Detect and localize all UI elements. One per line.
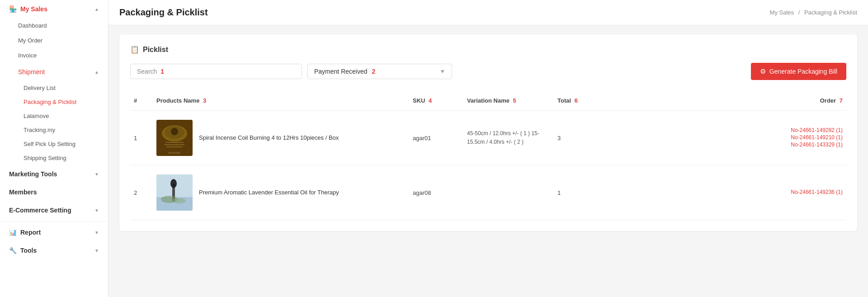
main-content: Packaging & Picklist My Sales / Packagin… bbox=[108, 0, 868, 297]
table-header: # Products Name 3 SKU 4 Variation Name 5 bbox=[130, 91, 846, 111]
generate-btn-label: Generate Packaging Bill bbox=[769, 68, 837, 75]
row-1-order-link-3[interactable]: No-24661-143329 (1) bbox=[594, 141, 843, 148]
shipment-chevron bbox=[94, 70, 99, 75]
my-sales-label: My Sales bbox=[20, 5, 47, 13]
search-label: Search bbox=[137, 68, 157, 75]
sidebar-my-sales[interactable]: 🏪 My Sales bbox=[0, 0, 108, 18]
sidebar-item-shipment[interactable]: Shipment bbox=[0, 63, 108, 81]
dropdown-arrow-icon: ▼ bbox=[440, 68, 445, 75]
row-2-num: 2 bbox=[130, 188, 153, 198]
row-2-product-image bbox=[156, 174, 193, 211]
col-header-total: Total 6 bbox=[554, 95, 590, 106]
row-1-total: 3 bbox=[554, 133, 590, 143]
row-1-order-link-2[interactable]: No-24661-149210 (1) bbox=[594, 134, 843, 141]
table-row: 1 INCENSE bbox=[130, 111, 846, 165]
incense-image-svg: INCENSE bbox=[156, 120, 193, 156]
row-2-total: 1 bbox=[554, 188, 590, 198]
sidebar-item-shipping-setting[interactable]: Shipping Setting bbox=[0, 151, 108, 165]
col-header-hash: # bbox=[130, 95, 153, 106]
row-1-product-name: Spiral Incense Coil Burning 4 to 12Hrs 1… bbox=[199, 134, 339, 142]
sidebar-item-members[interactable]: Members bbox=[0, 183, 108, 201]
col-header-sku: SKU 4 bbox=[409, 95, 463, 106]
row-2-order-link-1[interactable]: No-24661-149236 (1) bbox=[594, 189, 843, 195]
sidebar-item-tools[interactable]: 🔧 Tools bbox=[0, 241, 108, 259]
sidebar-item-lalamove[interactable]: Lalamove bbox=[0, 109, 108, 123]
sidebar: 🏪 My Sales Dashboard My Order Invoice Sh… bbox=[0, 0, 108, 297]
col-num-6: 6 bbox=[575, 97, 578, 104]
picklist-table: # Products Name 3 SKU 4 Variation Name 5 bbox=[130, 91, 846, 220]
col-num-4: 4 bbox=[429, 97, 432, 104]
row-2-orders: No-24661-149236 (1) bbox=[590, 187, 846, 198]
breadcrumb: My Sales / Packaging & Picklist bbox=[770, 9, 857, 16]
row-2-sku: agar08 bbox=[409, 188, 463, 198]
row-1-product: INCENSE Spiral Incense Coil Burning 4 to… bbox=[153, 118, 409, 158]
breadcrumb-current: Packaging & Picklist bbox=[804, 9, 857, 16]
picklist-card: 📋 Picklist Search 1 Payment Received 2 ▼ bbox=[119, 34, 857, 231]
report-icon: 📊 bbox=[9, 229, 17, 236]
row-1-sku: agar01 bbox=[409, 133, 463, 143]
sidebar-divider bbox=[0, 221, 108, 222]
sidebar-item-invoice[interactable]: Invoice bbox=[0, 48, 108, 63]
table-row: 2 bbox=[130, 165, 846, 220]
marketing-tools-chevron bbox=[94, 172, 99, 177]
content-area: 📋 Picklist Search 1 Payment Received 2 ▼ bbox=[108, 25, 868, 240]
row-1-orders: No-24661-149282 (1) No-24661-149210 (1) … bbox=[590, 125, 846, 151]
sidebar-item-my-order[interactable]: My Order bbox=[0, 33, 108, 48]
sidebar-item-marketing-tools[interactable]: Marketing Tools bbox=[0, 165, 108, 183]
row-1-order-link-1[interactable]: No-24661-149282 (1) bbox=[594, 127, 843, 133]
col-num-3: 3 bbox=[203, 97, 206, 104]
generate-packaging-bill-button[interactable]: ⚙ Generate Packaging Bill bbox=[751, 63, 846, 80]
svg-point-13 bbox=[172, 198, 186, 203]
generate-gear-icon: ⚙ bbox=[760, 67, 766, 75]
my-sales-icon: 🏪 bbox=[9, 5, 17, 13]
picklist-section-label: Picklist bbox=[143, 46, 168, 54]
sidebar-item-dashboard[interactable]: Dashboard bbox=[0, 18, 108, 33]
col-header-variation: Variation Name 5 bbox=[463, 95, 554, 106]
svg-text:INCENSE: INCENSE bbox=[169, 151, 181, 154]
col-num-7: 7 bbox=[840, 97, 843, 104]
lavender-image-svg bbox=[156, 174, 193, 211]
sidebar-item-packaging-picklist[interactable]: Packaging & Picklist bbox=[0, 95, 108, 109]
row-1-num: 1 bbox=[130, 133, 153, 143]
search-num: 1 bbox=[160, 68, 164, 75]
row-1-variation: 45-50cm / 12.0hrs +/- ( 1 ) 15-15.5cm / … bbox=[463, 127, 554, 148]
sidebar-item-tracking-my[interactable]: Tracking.my bbox=[0, 123, 108, 137]
breadcrumb-sep: / bbox=[798, 9, 800, 16]
sidebar-item-self-pick-up[interactable]: Self Pick Up Setting bbox=[0, 137, 108, 151]
col-header-order: Order 7 bbox=[590, 95, 846, 106]
status-dropdown[interactable]: Payment Received 2 ▼ bbox=[307, 64, 452, 79]
svg-point-3 bbox=[171, 128, 178, 135]
col-header-products-name: Products Name 3 bbox=[153, 95, 409, 106]
report-chevron bbox=[94, 230, 99, 235]
search-box: Search 1 bbox=[130, 64, 302, 79]
row-2-product: Premium Aromatic Lavender Essential Oil … bbox=[153, 173, 409, 212]
sidebar-item-delivery-list[interactable]: Delivery List bbox=[0, 81, 108, 95]
svg-point-11 bbox=[170, 179, 177, 188]
top-header: Packaging & Picklist My Sales / Packagin… bbox=[108, 0, 868, 25]
dropdown-value: Payment Received bbox=[314, 68, 368, 75]
sidebar-item-ecommerce-setting[interactable]: E-Commerce Setting bbox=[0, 201, 108, 219]
sidebar-item-report[interactable]: 📊 Report bbox=[0, 223, 108, 241]
picklist-clipboard-icon: 📋 bbox=[130, 45, 139, 54]
toolbar: Search 1 Payment Received 2 ▼ ⚙ Generate… bbox=[130, 63, 846, 80]
tools-icon: 🔧 bbox=[9, 247, 17, 254]
page-title: Packaging & Picklist bbox=[119, 7, 208, 18]
picklist-section-header: 📋 Picklist bbox=[130, 45, 846, 54]
breadcrumb-home[interactable]: My Sales bbox=[770, 9, 794, 16]
tools-chevron bbox=[94, 248, 99, 253]
search-input[interactable] bbox=[168, 68, 295, 75]
row-2-variation bbox=[463, 191, 554, 194]
col-num-5: 5 bbox=[513, 97, 516, 104]
my-sales-chevron bbox=[94, 7, 99, 12]
ecommerce-chevron bbox=[94, 208, 99, 213]
row-1-product-image: INCENSE bbox=[156, 120, 193, 156]
row-2-product-name: Premium Aromatic Lavender Essential Oil … bbox=[199, 189, 339, 197]
dropdown-num: 2 bbox=[372, 68, 375, 75]
